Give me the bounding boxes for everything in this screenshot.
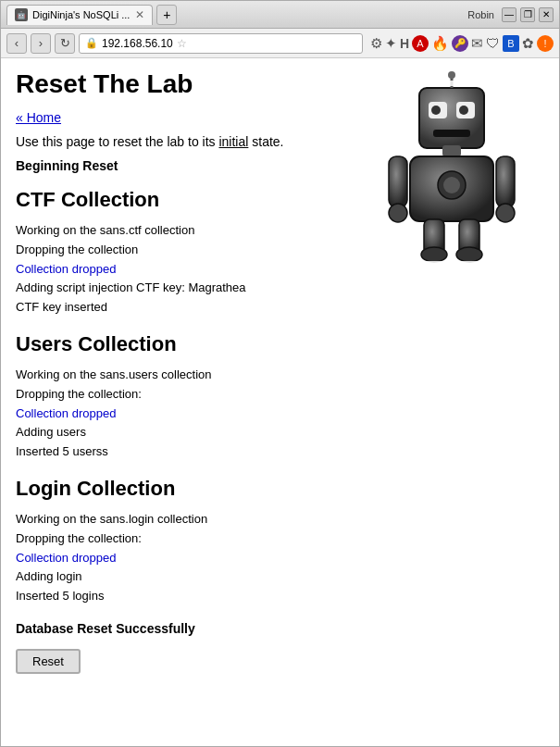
status-line: Inserted 5 userss [16, 442, 544, 462]
svg-point-13 [389, 204, 407, 222]
svg-point-11 [443, 177, 460, 193]
status-line: Dropping the collection: [16, 385, 544, 405]
back-button[interactable]: ‹ [6, 33, 27, 54]
extension2-icon[interactable]: B [503, 35, 519, 52]
svg-rect-14 [496, 156, 515, 207]
extension3-icon[interactable]: ✿ [522, 35, 534, 52]
svg-rect-8 [442, 145, 461, 156]
status-line: Adding script injection CTF key: Magrath… [16, 279, 544, 298]
fire-icon[interactable]: 🔥 [431, 35, 449, 52]
address-text: 192.168.56.10 [102, 37, 173, 50]
user-label: Robin [467, 9, 494, 20]
home-link[interactable]: « Home [16, 110, 61, 125]
mail-icon[interactable]: ✉ [471, 35, 483, 52]
status-line: CTF key inserted [16, 298, 544, 317]
login-section-title: Login Collection [16, 477, 544, 501]
svg-point-4 [459, 106, 468, 115]
svg-rect-5 [433, 130, 470, 137]
restore-button[interactable]: ❐ [520, 7, 535, 22]
page-body: Reset The Lab « Home Use this page to re… [16, 69, 544, 674]
svg-point-19 [456, 247, 482, 262]
status-line: Collection dropped [16, 549, 544, 568]
star-icon[interactable]: ☆ [177, 37, 187, 50]
browser-window: 🤖 DigiNinja's NoSQLi ... ✕ + Robin — ❐ ✕… [0, 0, 560, 747]
svg-rect-0 [419, 88, 484, 148]
navigation-bar: ‹ › ↻ 🔒 192.168.56.10 ☆ ⚙ ✦ H A 🔥 🔑 ✉ 🛡 … [1, 29, 559, 58]
users-section-title: Users Collection [16, 332, 544, 356]
tab-label: DigiNinja's NoSQLi ... [32, 9, 130, 20]
users-status-lines: Working on the sans.users collectionDrop… [16, 366, 544, 462]
status-line: Adding login [16, 567, 544, 587]
status-line: Dropping the collection: [16, 529, 544, 549]
login-status-lines: Working on the sans.login collectionDrop… [16, 510, 544, 606]
new-tab-button[interactable]: + [156, 5, 177, 25]
db-reset-success: Database Reset Successfully [16, 621, 544, 636]
forward-button[interactable]: › [31, 33, 51, 54]
refresh-button[interactable]: ↻ [55, 33, 75, 54]
svg-point-17 [421, 247, 447, 262]
status-line: Inserted 5 logins [16, 587, 544, 606]
svg-point-7 [448, 71, 455, 79]
svg-point-3 [431, 106, 441, 115]
status-line: Collection dropped [16, 405, 544, 424]
extension1-icon[interactable]: 🔑 [452, 35, 468, 52]
toolbar-icons: ⚙ ✦ H A 🔥 🔑 ✉ 🛡 B ✿ ! [370, 35, 554, 52]
browser-tab[interactable]: 🤖 DigiNinja's NoSQLi ... ✕ [6, 5, 153, 25]
initial-state-text: initial [218, 134, 248, 149]
reset-button[interactable]: Reset [16, 649, 81, 674]
tab-favicon: 🤖 [15, 8, 28, 21]
page-content: Reset The Lab « Home Use this page to re… [1, 58, 559, 746]
tools-icon[interactable]: ✦ [385, 35, 397, 52]
extension4-icon[interactable]: ! [537, 35, 554, 52]
robot-image [378, 69, 535, 273]
adblock-icon[interactable]: A [412, 35, 429, 52]
close-button[interactable]: ✕ [539, 7, 554, 22]
status-line: Working on the sans.login collection [16, 510, 544, 529]
svg-point-15 [496, 204, 515, 222]
settings-icon[interactable]: ⚙ [370, 35, 382, 52]
address-bar[interactable]: 🔒 192.168.56.10 ☆ [79, 33, 363, 54]
window-controls: Robin — ❐ ✕ [467, 7, 554, 22]
minimize-button[interactable]: — [502, 7, 516, 22]
bookmark-icon[interactable]: H [400, 36, 409, 51]
vpn-icon[interactable]: 🛡 [486, 35, 500, 51]
tab-close-button[interactable]: ✕ [135, 8, 144, 21]
status-line: Working on the sans.users collection [16, 366, 544, 385]
svg-rect-12 [389, 156, 407, 207]
title-bar: 🤖 DigiNinja's NoSQLi ... ✕ + Robin — ❐ ✕ [1, 1, 559, 29]
lock-icon: 🔒 [85, 37, 98, 49]
status-line: Adding users [16, 423, 544, 442]
